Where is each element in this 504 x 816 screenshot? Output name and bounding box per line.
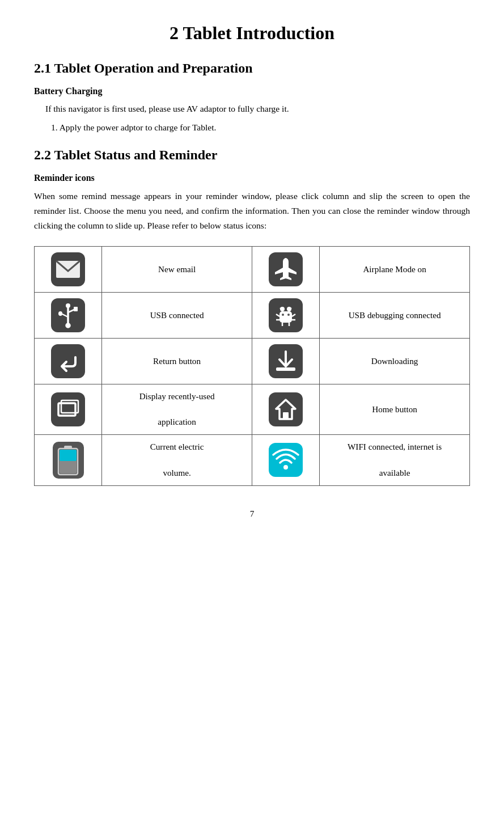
return-icon (51, 344, 85, 378)
page-number: 7 (34, 509, 470, 519)
new-email-icon-cell (35, 246, 102, 292)
page-title: 2 Tablet Introduction (34, 23, 470, 44)
recent-apps-svg (54, 395, 82, 424)
return-svg (54, 347, 82, 375)
envelope-svg (54, 255, 82, 284)
table-row: Current electric volume. WIFI connected,… (35, 435, 470, 485)
table-row: New email Airplane Mode on (35, 246, 470, 292)
email-icon (51, 252, 85, 286)
svg-rect-26 (283, 412, 289, 419)
download-icon (269, 344, 303, 378)
battery-volume-label: Current electric volume. (102, 435, 252, 485)
usb-debug-icon (269, 298, 303, 332)
svg-rect-30 (60, 450, 77, 461)
reminder-icons-subtitle: Reminder icons (34, 173, 470, 183)
usb-debug-icon-cell (252, 292, 319, 338)
return-button-icon-cell (35, 338, 102, 384)
usb-debug-svg (272, 301, 300, 329)
battery-charging-para2: 1. Apply the power adptor to charge for … (51, 121, 470, 135)
usb-icon-cell (35, 292, 102, 338)
svg-rect-22 (276, 367, 295, 371)
recent-apps-icon (51, 392, 85, 426)
home-button-icon-cell (252, 384, 319, 434)
new-email-label: New email (102, 246, 252, 292)
section-2-1: 2.1 Tablet Operation and Preparation Bat… (34, 61, 470, 135)
usb-debugging-label: USB debugging connected (320, 292, 470, 338)
svg-rect-3 (74, 307, 78, 311)
table-row: Display recently-used application Home b… (35, 384, 470, 434)
svg-rect-8 (279, 311, 292, 323)
recently-used-label: Display recently-used application (102, 384, 252, 434)
usb-connected-label: USB connected (102, 292, 252, 338)
battery-icon (53, 442, 84, 479)
battery-svg (57, 445, 79, 476)
wifi-svg (272, 446, 300, 474)
table-row: Return button Downloading (35, 338, 470, 384)
svg-line-14 (292, 314, 295, 316)
svg-line-13 (276, 314, 279, 316)
airplane-mode-label: Airplane Mode on (320, 246, 470, 292)
reminder-icons-body: When some remind message appears in your… (34, 189, 470, 234)
home-icon (269, 392, 303, 426)
svg-point-19 (282, 314, 284, 316)
download-svg (272, 347, 300, 375)
home-svg (272, 395, 300, 424)
battery-charging-subtitle: Battery Charging (34, 86, 470, 96)
svg-point-6 (66, 303, 70, 308)
svg-point-31 (283, 465, 288, 470)
battery-volume-label-text: Current electric volume. (150, 442, 204, 477)
wifi-icon (269, 443, 303, 477)
section-2-1-title: 2.1 Tablet Operation and Preparation (34, 61, 470, 76)
home-button-label: Home button (320, 384, 470, 434)
recently-used-label-text: Display recently-used application (139, 391, 215, 427)
svg-point-7 (66, 323, 70, 328)
downloading-icon-cell (252, 338, 319, 384)
section-2-2: 2.2 Tablet Status and Reminder Reminder … (34, 147, 470, 234)
wifi-icon-cell (252, 435, 319, 485)
table-row: USB connected (35, 292, 470, 338)
usb-svg (54, 301, 82, 329)
wifi-connected-label: WIFI connected, internet is available (320, 435, 470, 485)
airplane-mode-icon-cell (252, 246, 319, 292)
recently-used-icon-cell (35, 384, 102, 434)
battery-icon-cell (35, 435, 102, 485)
wifi-connected-label-text: WIFI connected, internet is available (348, 442, 442, 477)
return-button-label: Return button (102, 338, 252, 384)
svg-point-20 (287, 314, 290, 316)
airplane-icon (269, 252, 303, 286)
svg-rect-5 (58, 311, 62, 316)
status-table: New email Airplane Mode on (34, 246, 470, 486)
downloading-label: Downloading (320, 338, 470, 384)
usb-icon (51, 298, 85, 332)
airplane-svg (272, 255, 300, 284)
battery-charging-para1: If this navigator is first used, please … (45, 102, 470, 116)
section-2-2-title: 2.2 Tablet Status and Reminder (34, 147, 470, 163)
